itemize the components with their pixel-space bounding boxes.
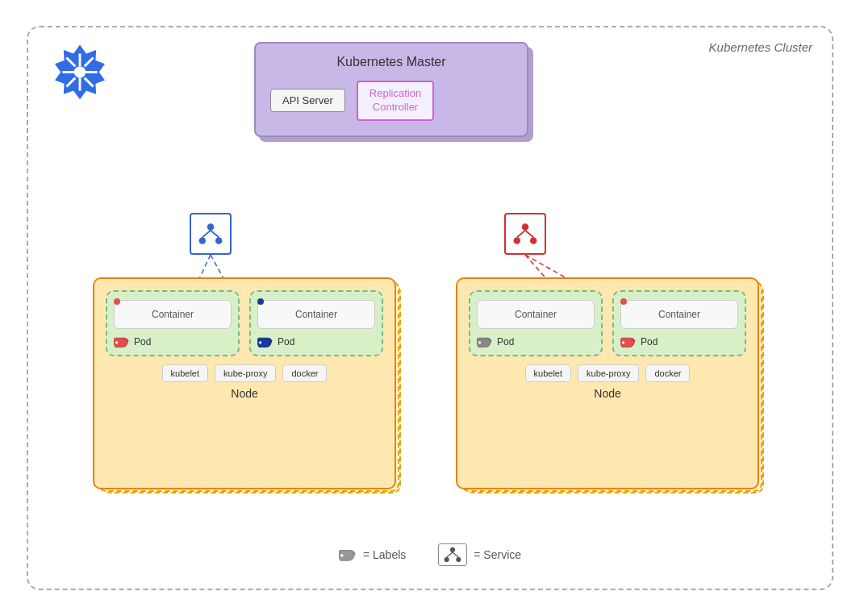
node-label-left: Node [106,387,383,400]
svg-point-29 [450,547,455,552]
legend-service-text: = Service [474,548,521,561]
svg-point-26 [478,341,481,343]
container-left-1: Container [114,300,232,329]
pod-right-2: Container Pod [612,290,746,356]
svg-line-33 [453,552,458,557]
svg-point-15 [522,223,529,231]
container-left-2: Container [257,300,375,329]
pod-label-left-2: Pod [257,335,375,348]
diagram-container: Kubernetes Cluster Kubernetes Master API… [27,26,833,590]
svg-point-16 [514,237,521,244]
pod-label-right-2: Pod [620,335,738,348]
kube-proxy-chip-right: kube-proxy [578,364,639,382]
svg-point-10 [207,223,215,231]
svg-point-30 [445,557,449,562]
services-row-right: kubelet kube-proxy docker [469,364,746,382]
pod-dot-red [114,298,120,305]
api-server-box: API Server [270,89,345,112]
svg-point-24 [115,341,118,343]
pod-dot-blue [257,298,264,305]
pod-label-left-1: Pod [114,335,232,348]
svg-point-27 [622,341,624,343]
kubernetes-logo [51,42,109,100]
svg-point-11 [199,237,207,244]
node-group-right: Container Pod Container [456,277,762,495]
pod-left-2: Container Pod [249,290,383,356]
legend: = Labels = Service [28,543,832,566]
kube-proxy-chip-left: kube-proxy [215,364,276,382]
node-label-right: Node [469,387,746,400]
kubelet-chip-right: kubelet [525,364,571,382]
service-icon-red [504,213,546,255]
pods-row-left: Container Pod Container [106,290,383,356]
svg-point-25 [259,341,261,343]
svg-point-31 [457,557,461,562]
svg-point-28 [340,554,344,557]
pod-left-1: Container Pod [106,290,240,356]
svg-line-19 [525,231,533,238]
replication-controller-box: ReplicationController [357,81,434,121]
svg-line-18 [517,231,525,238]
svg-point-1 [74,66,86,77]
legend-labels: = Labels [339,547,406,562]
node-main-left: Container Pod Container [93,277,396,489]
svg-point-17 [530,237,537,244]
svg-line-32 [447,552,453,557]
pods-row-right: Container Pod Container [469,290,746,356]
master-title: Kubernetes Master [270,55,512,69]
legend-labels-text: = Labels [363,548,406,561]
docker-chip-left: docker [282,364,327,382]
kubelet-chip-left: kubelet [162,364,208,382]
pod-dot-red-right [620,298,627,305]
cluster-label: Kubernetes Cluster [709,40,812,54]
legend-service: = Service [438,543,521,566]
container-right-1: Container [477,300,595,329]
service-icon-blue [190,213,232,255]
svg-line-13 [202,231,211,238]
master-box: Kubernetes Master API Server Replication… [254,42,528,137]
docker-chip-right: docker [645,364,690,382]
container-right-2: Container [620,300,738,329]
svg-point-12 [215,237,223,244]
services-row-left: kubelet kube-proxy docker [106,364,383,382]
svg-line-14 [211,231,219,238]
node-group-left: Container Pod Container [93,277,399,495]
pod-right-1: Container Pod [469,290,603,356]
node-main-right: Container Pod Container [456,277,759,489]
pod-label-right-1: Pod [477,335,595,348]
